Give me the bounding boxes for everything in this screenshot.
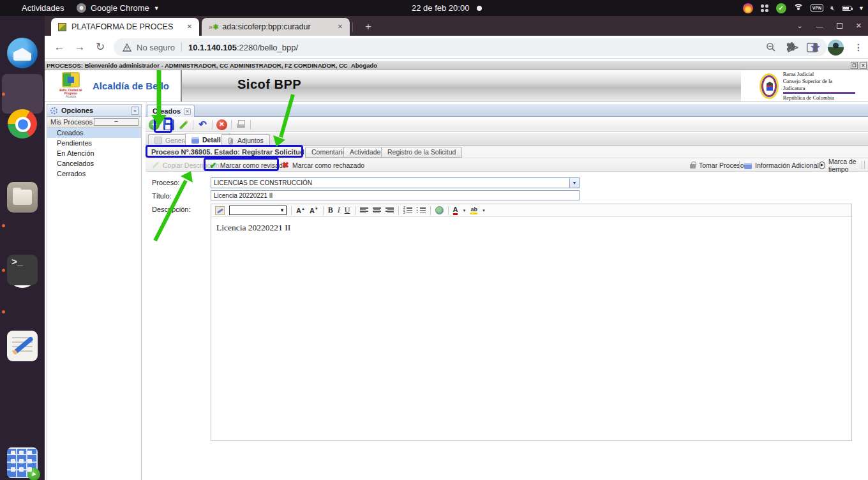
font-color-icon[interactable]: A (453, 206, 458, 215)
reload-button[interactable]: ↻ (93, 40, 107, 54)
insert-image-icon[interactable] (435, 206, 444, 214)
side-panel-icon[interactable] (807, 43, 818, 52)
select-arrow-icon[interactable]: ▼ (569, 178, 579, 188)
sidebar-item-pendientes[interactable]: Pendientes (47, 138, 141, 148)
crest-sub: Alcaldía (56, 95, 86, 98)
not-secure-warning-icon (123, 43, 131, 52)
maximize-button[interactable] (837, 23, 842, 29)
ordered-list-icon[interactable] (403, 207, 412, 214)
mark-rejected-button[interactable]: ✖ Marcar como rechazado (282, 158, 364, 172)
description-editor: A▲ A▼ B I U A▼ ab▼ Licencia 20220221 II (211, 204, 852, 441)
dock-text-editor-icon[interactable] (7, 331, 38, 361)
tab2-title: ada:sicoferp:bpp:curadur (222, 22, 331, 31)
proceso-label: Proceso: (152, 179, 179, 186)
tab-search-icon[interactable]: ⌄ (797, 22, 803, 30)
process-status-row: Proceso N°.36905. Estado: Registrar Soli… (146, 146, 868, 158)
status-check-icon[interactable]: ✓ (776, 3, 786, 13)
print-button[interactable] (236, 119, 246, 130)
colombia-coat-of-arms-icon (760, 73, 779, 99)
new-tab-button[interactable]: + (361, 20, 375, 34)
sidebar-item-cancelados[interactable]: Cancelados (47, 158, 141, 169)
clock[interactable]: 22 de feb 20:00 (412, 0, 482, 16)
underline-button[interactable]: U (345, 206, 350, 215)
tab1-close-icon[interactable]: ✕ (184, 22, 195, 32)
mark-reviewed-button[interactable]: ✔ Marcar como revisado (209, 158, 287, 172)
extensions-puzzle-icon[interactable] (786, 42, 797, 53)
chrome-app-icon (77, 3, 86, 13)
app-menu-label: Google Chrome (91, 3, 149, 13)
record-toolbar: + ↶ ✕ (146, 118, 868, 132)
detalle-tab-icon (191, 136, 199, 144)
activities-button[interactable]: Actividades (22, 0, 64, 16)
proceso-select[interactable]: LICENCIAS DE CONSTRUCCIÓN ▼ (211, 177, 580, 188)
titulo-input[interactable] (211, 190, 580, 200)
sidebar-item-cerrados[interactable]: Cerrados (47, 169, 141, 179)
judicial-rule (783, 92, 855, 94)
sidebar-item-en-atencion[interactable]: En Atención (47, 148, 141, 158)
sidebar-group-mis-procesos[interactable]: Mis Procesos − (47, 117, 141, 128)
additional-info-button[interactable]: Información Adicional (744, 158, 819, 172)
add-button[interactable]: + (149, 119, 160, 130)
app-indicator-icon[interactable] (743, 3, 753, 13)
show-applications-button[interactable] (11, 451, 34, 474)
bold-button[interactable]: B (328, 206, 333, 215)
tab-plataforma[interactable]: PLATAFORMA DE PROCES ✕ (51, 18, 199, 36)
slack-indicator-icon[interactable] (760, 4, 769, 13)
tab-adjuntos[interactable]: Adjuntos (221, 134, 270, 146)
title-band: Sicof BPP (181, 70, 741, 101)
bullet-list-icon[interactable] (417, 207, 426, 214)
screen: Actividades Google Chrome ▼ 22 de feb 20… (0, 0, 868, 480)
dock-chrome-icon[interactable] (8, 109, 37, 139)
tab-registro-solicitud[interactable]: Registro de la Solicitud (381, 147, 462, 158)
align-right-icon[interactable] (385, 207, 394, 214)
minimize-button[interactable]: — (816, 22, 823, 30)
highlight-color-icon[interactable]: ab (470, 206, 477, 215)
dock-terminal-icon[interactable]: >_ (7, 255, 38, 285)
page-close-icon[interactable]: ✕ (860, 62, 867, 69)
chrome-toolbar: ← → ↻ No seguro 10.1.140.105 :2280/bello… (45, 36, 868, 59)
edit-button[interactable] (178, 119, 189, 130)
dock-active-highlight (2, 74, 43, 114)
tab-creados-close-icon[interactable]: ✕ (184, 108, 191, 115)
tray-chevron-icon[interactable]: ▼ (858, 5, 864, 11)
page-restore-icon[interactable]: ❐ (851, 62, 858, 69)
dock-files-icon[interactable] (7, 182, 38, 213)
tab-creados[interactable]: Creados ✕ (147, 105, 195, 117)
delete-button[interactable]: ✕ (216, 119, 227, 130)
group-collapse-icon[interactable]: − (94, 118, 138, 126)
description-textarea[interactable]: Licencia 20220221 II (211, 217, 851, 441)
sidebar-header: Opciones « (47, 105, 141, 117)
dock-thunderbird-icon[interactable] (7, 38, 38, 68)
vpn-badge: VPN (811, 4, 823, 11)
judicial-logo: Rama Judicial Consejo Superior de la Jud… (760, 71, 855, 101)
lock-icon (690, 164, 696, 169)
tab-sicoferp[interactable]: »✱ ada:sicoferp:bpp:curadur ✕ (202, 18, 350, 36)
source-edit-icon[interactable] (215, 206, 225, 215)
font-family-select[interactable] (229, 206, 287, 215)
align-center-icon[interactable] (373, 207, 381, 214)
timestamp-button[interactable]: ▶ Marca de tiempo (819, 158, 868, 172)
tab-creados-label: Creados (153, 107, 181, 115)
recording-dot-icon (477, 6, 482, 11)
chrome-menu-icon[interactable]: ⋮ (854, 42, 863, 52)
undo-button[interactable]: ↶ (197, 119, 208, 130)
muted-speaker-icon: 🔇︎ (830, 4, 835, 12)
app-menu[interactable]: Google Chrome ▼ (77, 0, 160, 16)
take-process-button[interactable]: Tomar Proceso (690, 158, 744, 172)
back-button[interactable]: ← (52, 40, 66, 54)
font-increase-icon[interactable]: A▲ (296, 207, 305, 214)
system-tray[interactable]: ✓ VPN 🔇︎ ▼ (743, 0, 864, 16)
sidebar-collapse-button[interactable]: « (131, 107, 139, 115)
sidebar-item-creados[interactable]: Creados (47, 128, 141, 138)
profile-avatar[interactable] (828, 40, 844, 56)
tab2-close-icon[interactable]: ✕ (335, 22, 345, 32)
align-left-icon[interactable] (360, 207, 368, 214)
italic-button[interactable]: I (338, 206, 340, 215)
close-button[interactable]: ✕ (856, 22, 862, 30)
chrome-tab-strip: PLATAFORMA DE PROCES ✕ »✱ ada:sicoferp:b… (45, 16, 868, 36)
omnibox[interactable]: No seguro 10.1.140.105 :2280/bello_bpp/ (114, 38, 827, 56)
zoom-out-icon[interactable] (766, 42, 776, 52)
save-button[interactable] (163, 119, 174, 130)
forward-button[interactable]: → (73, 40, 87, 54)
font-decrease-icon[interactable]: A▼ (310, 207, 318, 214)
